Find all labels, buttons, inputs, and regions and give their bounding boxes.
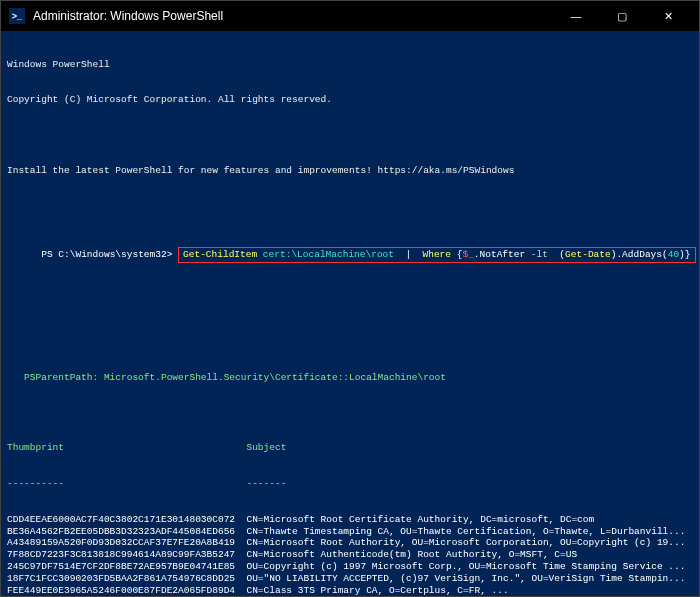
certificate-row: 18F7C1FCC3090203FD5BAA2F861A754976C8DD25…	[7, 573, 693, 585]
certificate-row: BE36A4562FB2EE05DBB3D32323ADF445084ED656…	[7, 526, 693, 538]
column-underline: ---------- -------	[7, 478, 693, 490]
prompt-prefix: PS C:\Windows\system32>	[41, 249, 172, 260]
cmdlet-getchilditem: Get-ChildItem	[183, 249, 257, 260]
psparentpath: PSParentPath: Microsoft.PowerShell.Secur…	[7, 372, 693, 384]
banner-line: Install the latest PowerShell for new fe…	[7, 165, 693, 177]
window-title: Administrator: Windows PowerShell	[33, 9, 553, 23]
minimize-button[interactable]: —	[553, 1, 599, 31]
banner-line: Windows PowerShell	[7, 59, 693, 71]
brace-open: {	[451, 249, 462, 260]
brace-close: )}	[679, 249, 690, 260]
terminal-content[interactable]: Windows PowerShell Copyright (C) Microso…	[1, 31, 699, 596]
certificate-row: CDD4EEAE6000AC7F40C3802C171E30148030C072…	[7, 514, 693, 526]
operator-lt: -lt	[531, 249, 548, 260]
cmdlet-getdate: Get-Date	[565, 249, 611, 260]
method-adddays: ).AddDays(	[611, 249, 668, 260]
certificate-row: A43489159A520F0D93D032CCAF37E7FE20A8B419…	[7, 537, 693, 549]
command-prompt: PS C:\Windows\system32> Get-ChildItem ce…	[7, 235, 693, 275]
prop-notafter: .NotAfter	[474, 249, 531, 260]
col-subject: Subject	[246, 442, 286, 453]
certificate-row: 7F88CD7223F3C813818C994614A89C99FA3B5247…	[7, 549, 693, 561]
close-button[interactable]: ✕	[645, 1, 691, 31]
maximize-button[interactable]: ▢	[599, 1, 645, 31]
pipe-operator: |	[405, 249, 422, 260]
certificate-row: 245C97DF7514E7CF2DF8BE72AE957B9E04741E85…	[7, 561, 693, 573]
titlebar: >_ Administrator: Windows PowerShell — ▢…	[1, 1, 699, 31]
number-literal: 40	[668, 249, 679, 260]
cmdlet-where: Where	[423, 249, 452, 260]
cert-path-arg: cert:\LocalMachine\root	[257, 249, 405, 260]
highlighted-command: Get-ChildItem cert:\LocalMachine\root | …	[178, 247, 695, 263]
column-headers: Thumbprint Subject	[7, 442, 693, 454]
powershell-icon: >_	[9, 8, 25, 24]
banner-line: Copyright (C) Microsoft Corporation. All…	[7, 94, 693, 106]
col-thumbprint: Thumbprint	[7, 442, 64, 453]
paren-open: (	[548, 249, 565, 260]
certificate-row: FEE449EE0E3965A5246F000E87FDE2A065FD89D4…	[7, 585, 693, 596]
pipeline-var: $_	[462, 249, 473, 260]
